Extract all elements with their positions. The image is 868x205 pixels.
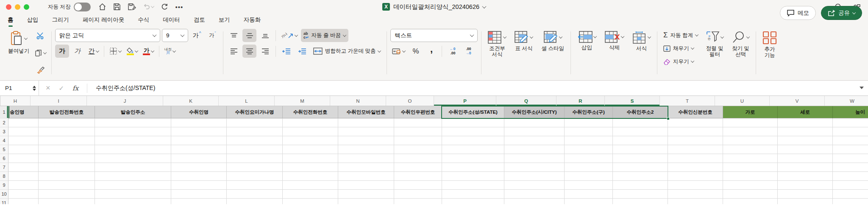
cell-K3[interactable] [171,127,227,136]
fill-button[interactable]: 채우기 [661,43,701,54]
cell-N6[interactable] [338,154,394,163]
tab-삽입[interactable]: 삽입 [27,14,39,25]
decrease-font-size-button[interactable]: 가ˇ [206,29,220,42]
cell-I8[interactable] [39,172,95,181]
cell-I11[interactable] [39,199,95,204]
column-header-V[interactable]: V [770,96,825,106]
cell-K7[interactable] [171,163,227,172]
cell-K4[interactable] [171,136,227,145]
cell-S11[interactable] [613,199,668,204]
cell-M6[interactable] [283,154,338,163]
column-header-M[interactable]: M [275,96,330,106]
column-header-U[interactable]: U [715,96,770,106]
bold-button[interactable]: 가 [55,45,69,58]
column-header-W[interactable]: W [825,96,868,106]
cell-U9[interactable] [723,181,778,190]
cell-V8[interactable] [778,172,833,181]
column-header-O[interactable]: O [386,96,434,106]
formula-content[interactable]: 수취인주소(성/STATE) [96,84,155,92]
cell-N3[interactable] [338,127,394,136]
cell-H2[interactable] [8,118,39,127]
cell-N9[interactable] [338,181,394,190]
cell-R5[interactable] [565,145,613,154]
close-window-button[interactable] [6,4,11,10]
cell-M2[interactable] [283,118,338,127]
addins-button[interactable]: 추가 기능 [760,29,780,61]
cell-T2[interactable] [668,118,723,127]
formula-bar-expand-icon[interactable] [860,87,864,89]
cell-N1[interactable]: 수취인모바일번호 [338,106,394,118]
zoom-window-button[interactable] [24,4,29,10]
cell-M7[interactable] [283,163,338,172]
cell-K6[interactable] [171,154,227,163]
cell-W9[interactable] [833,181,868,190]
cell-U4[interactable] [723,136,778,145]
cell-L5[interactable] [227,145,283,154]
column-header-R[interactable]: R [556,96,605,106]
tab-페이지 레이아웃[interactable]: 페이지 레이아웃 [83,14,124,25]
cut-button[interactable] [33,31,48,41]
row-header-10[interactable]: 10 [0,190,8,199]
cell-K2[interactable] [171,118,227,127]
increase-indent-button[interactable] [295,45,309,58]
row-header-11[interactable]: 11 [0,199,8,204]
cell-O1[interactable]: 수취인우편번호 [394,106,442,118]
cell-Q7[interactable] [504,163,565,172]
save-icon[interactable] [113,3,121,11]
cell-Q6[interactable] [504,154,565,163]
cell-H3[interactable] [8,127,39,136]
cell-U5[interactable] [723,145,778,154]
cell-O9[interactable] [394,181,442,190]
cell-J8[interactable] [95,172,171,181]
cell-I9[interactable] [39,181,95,190]
cell-N8[interactable] [338,172,394,181]
align-right-button[interactable] [258,45,272,58]
column-header-J[interactable]: J [87,96,163,106]
accounting-format-button[interactable]: ₩ [390,45,407,58]
cell-L1[interactable]: 수취인요미가나명 [227,106,283,118]
cell-S3[interactable] [613,127,668,136]
cell-T10[interactable] [668,190,723,199]
cell-I10[interactable] [39,190,95,199]
cell-J10[interactable] [95,190,171,199]
cell-R9[interactable] [565,181,613,190]
paste-button[interactable]: 붙여넣기 [5,29,32,77]
row-header-3[interactable]: 3 [0,127,8,136]
cell-W2[interactable] [833,118,868,127]
autosave-toggle[interactable] [74,3,91,11]
select-all-corner[interactable] [0,96,0,106]
cell-V10[interactable] [778,190,833,199]
cell-H1[interactable]: 송인명 [8,106,39,118]
conditional-formatting-button[interactable]: 조건부 서식 [485,29,509,77]
cell-S1[interactable]: 수취인주소2 [613,106,668,118]
font-name-select[interactable]: 맑은 고딕 [55,29,160,42]
number-format-select[interactable]: 텍스트 [390,29,478,42]
cell-N4[interactable] [338,136,394,145]
cell-N10[interactable] [338,190,394,199]
column-header-N[interactable]: N [330,96,386,106]
cell-U11[interactable] [723,199,778,204]
cell-R3[interactable] [565,127,613,136]
cell-L8[interactable] [227,172,283,181]
tab-보기[interactable]: 보기 [219,14,230,25]
cell-L2[interactable] [227,118,283,127]
cell-W7[interactable] [833,163,868,172]
share-button[interactable]: 공유 [821,6,862,20]
cell-P7[interactable] [442,163,504,172]
row-header-8[interactable]: 8 [0,172,8,181]
column-header-I[interactable]: I [31,96,87,106]
fill-color-button[interactable] [125,45,139,58]
cell-I7[interactable] [39,163,95,172]
more-commands-icon[interactable]: ••• [175,3,183,11]
copy-button[interactable] [33,48,48,58]
column-header-K[interactable]: K [163,96,219,106]
cell-J3[interactable] [95,127,171,136]
cell-J4[interactable] [95,136,171,145]
cell-O8[interactable] [394,172,442,181]
cell-Q5[interactable] [504,145,565,154]
cell-M11[interactable] [283,199,338,204]
cell-W3[interactable] [833,127,868,136]
document-title[interactable]: X 데이터일괄처리양식_20240626 [382,0,486,14]
delete-cells-button[interactable]: 삭제 [602,29,627,77]
cell-Q11[interactable] [504,199,565,204]
